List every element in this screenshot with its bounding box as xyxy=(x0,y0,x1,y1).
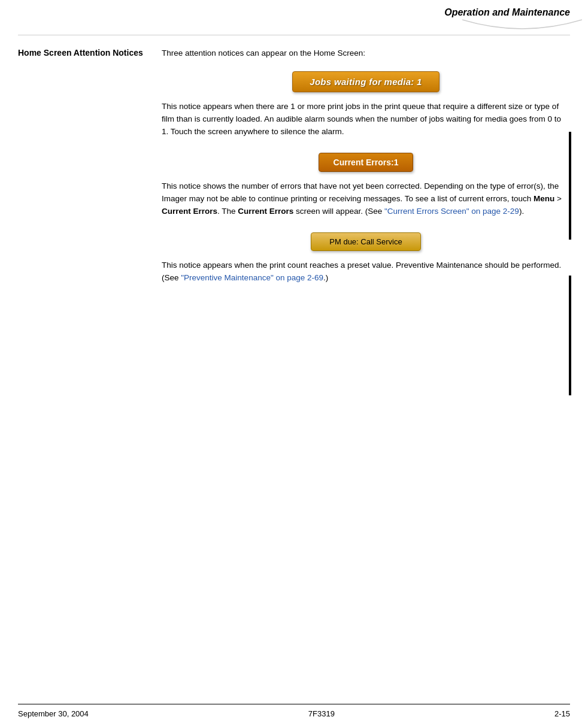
right-bar-2 xyxy=(569,276,571,395)
notice3-button: PM due: Call Service xyxy=(311,232,420,251)
intro-text: Three attention notices can appear on th… xyxy=(162,47,570,59)
notice3-link1[interactable]: "Preventive Maintenance" on page 2-69 xyxy=(181,273,323,282)
notice3-image-container: PM due: Call Service xyxy=(162,232,570,251)
notice2-text2: > xyxy=(554,194,562,203)
notice2-bold1: Menu xyxy=(534,194,554,203)
notice2-link1[interactable]: "Current Errors Screen" on page 2-29 xyxy=(384,207,519,216)
header-arc-svg xyxy=(462,17,582,35)
left-column: Home Screen Attention Notices xyxy=(18,47,150,299)
notice2-text4: screen will appear. (See xyxy=(293,207,384,216)
right-column: Three attention notices can appear on th… xyxy=(162,47,570,299)
notice2-text5: ). xyxy=(519,207,524,216)
notice2-text1: This notice shows the number of errors t… xyxy=(162,181,559,203)
notice1-description: This notice appears when there are 1 or … xyxy=(162,101,570,138)
notice2-bold3: Current Errors xyxy=(238,207,293,216)
header-arc-container xyxy=(0,17,588,35)
right-bar-1 xyxy=(569,132,571,240)
notice3-block: PM due: Call Service This notice appears… xyxy=(162,232,570,285)
page-header: Operation and Maintenance xyxy=(0,0,588,18)
notice1-block: Jobs waiting for media: 1 This notice ap… xyxy=(162,71,570,138)
footer-content: September 30, 2004 7F3319 2-15 xyxy=(0,704,588,723)
footer-model: 7F3319 xyxy=(308,709,335,718)
page-footer: September 30, 2004 7F3319 2-15 xyxy=(0,704,588,723)
notice2-image-container: Current Errors:1 xyxy=(162,153,570,172)
notice2-text3: . The xyxy=(217,207,238,216)
notice1-button: Jobs waiting for media: 1 xyxy=(292,71,440,92)
main-content: Home Screen Attention Notices Three atte… xyxy=(0,35,588,311)
notice2-block: Current Errors:1 This notice shows the n… xyxy=(162,153,570,218)
section-heading: Home Screen Attention Notices xyxy=(18,47,150,59)
notice2-button: Current Errors:1 xyxy=(319,153,414,172)
notice2-description: This notice shows the number of errors t… xyxy=(162,180,570,218)
notice2-bold2: Current Errors xyxy=(162,207,217,216)
notice1-image-container: Jobs waiting for media: 1 xyxy=(162,71,570,92)
notice3-text2: .) xyxy=(323,273,328,282)
notice3-description: This notice appears when the print count… xyxy=(162,259,570,285)
footer-date: September 30, 2004 xyxy=(18,709,89,718)
footer-page: 2-15 xyxy=(554,709,570,718)
